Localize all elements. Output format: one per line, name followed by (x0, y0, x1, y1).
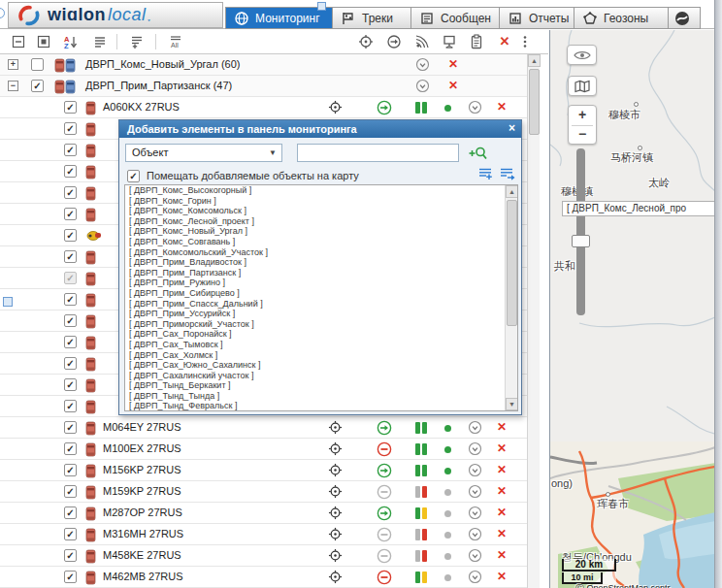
dialog-group-item[interactable]: [ ДВРП_Сах_Поронайск ] (125, 329, 506, 340)
map-area[interactable]: 穆棱市马桥河镇太岭穆棱镇绥阳共和ong)珲春市청두/Ch'ongdu + − [… (549, 30, 714, 588)
dialog-group-item[interactable]: [ ДВРП_Прим_Сибирцево ] (125, 288, 506, 299)
selection-handle[interactable] (317, 2, 326, 11)
motion-state-icon[interactable] (377, 548, 392, 564)
unit-menu-icon[interactable] (468, 441, 482, 456)
scroll-down-icon[interactable]: ▼ (506, 398, 518, 410)
collapse-icon[interactable]: − (8, 81, 18, 91)
dialog-group-item[interactable]: [ ДВРП_Сах_Южно_Сахалинск ] (125, 360, 506, 371)
dialog-group-item[interactable]: [ ДВРП_Сах_Холмск ] (125, 350, 506, 361)
unit-checkbox[interactable] (64, 186, 77, 199)
unit-row[interactable]: M100EX 27RUS✕ (0, 439, 527, 460)
data-accuracy-bars[interactable] (415, 443, 427, 455)
unit-checkbox[interactable] (64, 506, 77, 519)
scroll-up-icon[interactable]: ▲ (528, 54, 541, 67)
unit-checkbox[interactable] (64, 250, 77, 263)
search-input[interactable] (297, 144, 459, 162)
dialog-group-item[interactable]: [ ДВРП_Прим_Владивосток ] (125, 257, 506, 268)
remove-row-icon[interactable]: ✕ (497, 570, 507, 584)
unit-row[interactable]: M316MH 27RUS✕ (0, 524, 527, 545)
unit-checkbox[interactable] (64, 528, 77, 540)
dialog-group-item[interactable]: [ ДВРП_Комс_Лесной_проект ] (125, 216, 506, 227)
unit-row[interactable]: M458KE 27RUS✕ (0, 545, 527, 567)
unit-checkbox[interactable] (64, 336, 77, 348)
item-type-select[interactable]: Объект ▼ (125, 144, 282, 162)
motion-state-icon[interactable] (377, 570, 392, 585)
locate-target-icon[interactable] (328, 441, 343, 456)
group-row[interactable]: +ДВРП_Комс_Новый_Ургал (60)✕ (0, 54, 527, 76)
dialog-group-item[interactable]: [ ДВРП_Тынд_Тында ] (125, 391, 506, 402)
unit-menu-icon[interactable] (468, 506, 482, 520)
zoom-in-button[interactable]: + (569, 106, 596, 125)
remove-row-icon[interactable]: ✕ (497, 463, 507, 477)
dialog-group-item[interactable]: [ ДВРП_Сах_Тымовск ] (125, 340, 506, 350)
group-row[interactable]: −ДВРП_Прим_Партизанск (47)✕ (0, 76, 527, 97)
locate-target-icon[interactable] (328, 484, 343, 499)
unit-menu-icon[interactable] (468, 527, 482, 541)
remove-all-icon[interactable]: ✕ (496, 33, 513, 50)
monitor-screen-icon[interactable] (441, 33, 458, 50)
data-accuracy-bars[interactable] (415, 102, 427, 114)
motion-state-icon[interactable] (377, 527, 392, 542)
remove-row-icon[interactable]: ✕ (497, 527, 507, 541)
unit-checkbox[interactable] (64, 485, 77, 498)
visibility-eye-button[interactable] (567, 45, 597, 65)
motion-state-icon[interactable] (377, 441, 392, 457)
dialog-group-item[interactable]: [ ДВРП_Прим_Партизанск ] (125, 268, 506, 278)
unit-menu-icon[interactable] (415, 57, 430, 72)
scroll-up-icon[interactable]: ▲ (506, 185, 518, 198)
unit-row[interactable]: M156KP 27RUS✕ (0, 460, 527, 481)
remove-row-icon[interactable]: ✕ (497, 441, 507, 456)
tab-geofence[interactable]: Геозоны (574, 7, 669, 29)
expand-icon[interactable]: + (8, 59, 18, 70)
remove-row-icon[interactable]: ✕ (497, 420, 507, 435)
dialog-group-item[interactable]: [ ДВРП_Комс_Совгавань ] (125, 237, 506, 247)
dialog-group-item[interactable]: [ ДВРП_Комс_Комсомольск ] (125, 206, 506, 216)
locate-target-icon[interactable] (328, 527, 343, 541)
scrollbar-thumb[interactable] (507, 200, 517, 326)
remove-row-icon[interactable]: ✕ (497, 100, 507, 114)
unit-menu-icon[interactable] (468, 420, 482, 435)
locate-target-icon[interactable] (328, 420, 343, 435)
unit-checkbox[interactable] (64, 357, 77, 370)
collapse-all-icon[interactable] (10, 33, 27, 50)
close-icon[interactable]: × (509, 121, 515, 135)
unit-checkbox[interactable] (64, 400, 77, 412)
unit-checkbox[interactable] (64, 229, 77, 242)
clipboard-icon[interactable] (468, 33, 485, 50)
data-accuracy-bars[interactable] (415, 572, 427, 583)
dialog-group-item[interactable]: [ ДВРП_Сахалинский участок ] (125, 371, 506, 381)
locate-target-icon[interactable] (328, 570, 343, 584)
follow-unit-icon[interactable] (385, 33, 403, 50)
unit-menu-icon[interactable] (415, 79, 430, 93)
motion-state-icon[interactable] (377, 484, 392, 500)
unit-row[interactable]: M462MB 27RUS✕ (0, 567, 527, 588)
motion-state-icon[interactable] (377, 420, 392, 436)
remove-row-icon[interactable]: ✕ (497, 484, 507, 499)
dialog-group-item[interactable]: [ ДВРП_Тынд_Февральск ] (125, 401, 506, 410)
remove-row-icon[interactable]: ✕ (448, 57, 458, 72)
dialog-group-item[interactable]: [ ДВРП_Комс_Новый_Ургал ] (125, 226, 506, 237)
tab-partial[interactable] (669, 7, 701, 29)
unit-checkbox[interactable] (64, 101, 77, 114)
unit-row[interactable]: A060KX 27RUS✕ (0, 97, 527, 118)
unit-checkbox[interactable] (64, 549, 77, 562)
unit-checkbox[interactable] (64, 314, 77, 327)
add-all-list-icon[interactable] (128, 33, 146, 50)
dialog-group-item[interactable]: [ ДВРП_Тынд_Беркакит ] (125, 380, 506, 391)
satellite-icon[interactable] (413, 33, 431, 50)
scrollbar-thumb[interactable] (529, 69, 540, 135)
zoom-out-button[interactable]: − (569, 125, 596, 145)
panel-scrollbar[interactable]: ▲ (527, 54, 540, 588)
group-checkbox[interactable] (31, 58, 44, 71)
selection-handle[interactable] (3, 297, 13, 307)
unit-checkbox[interactable] (64, 293, 77, 306)
map-layers-button[interactable] (568, 76, 597, 96)
select-visible-icon[interactable] (35, 33, 52, 50)
locate-target-icon[interactable] (328, 548, 343, 563)
motion-state-icon[interactable] (377, 506, 392, 521)
dialog-group-item[interactable]: [ ДВРП_Приморский_Участок ] (125, 319, 506, 330)
menu-kebab-icon[interactable] (516, 33, 534, 50)
data-accuracy-bars[interactable] (415, 465, 427, 476)
move-to-list-icon[interactable] (500, 167, 515, 180)
dialog-group-item[interactable]: [ ДВРП_Комс_Горин ] (125, 196, 506, 207)
